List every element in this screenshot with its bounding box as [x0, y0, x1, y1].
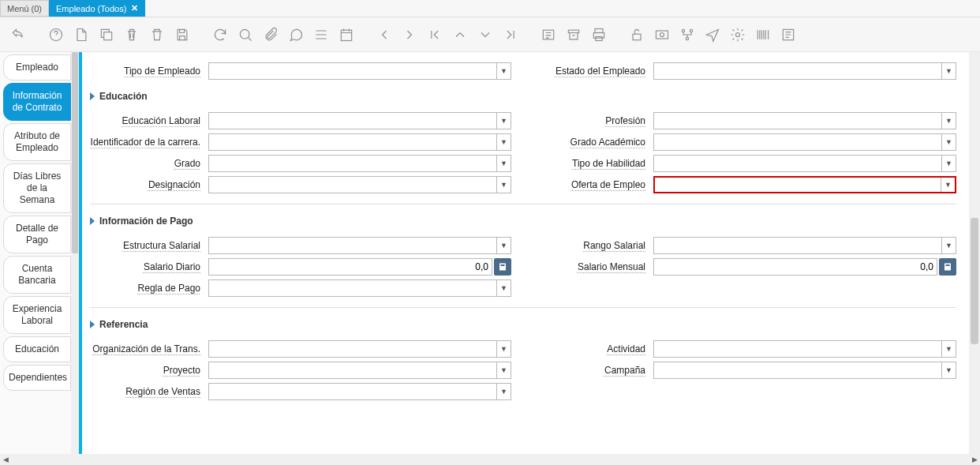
- tab-menu-label: Menú (0): [7, 4, 42, 13]
- tab-empleado-todos[interactable]: Empleado (Todos) ✕: [49, 0, 145, 17]
- first-button[interactable]: [426, 26, 443, 43]
- undo-button[interactable]: [9, 26, 27, 43]
- svg-rect-5: [568, 30, 578, 32]
- attach-button[interactable]: [262, 26, 279, 43]
- unlock-button[interactable]: [628, 26, 645, 43]
- workflow-button[interactable]: [679, 26, 696, 43]
- next-button[interactable]: [401, 26, 418, 43]
- svg-point-12: [682, 29, 684, 32]
- refresh-button[interactable]: [211, 26, 229, 43]
- zoom-across-button[interactable]: [653, 26, 671, 43]
- search-button[interactable]: [237, 26, 254, 43]
- delete-button[interactable]: [123, 26, 140, 43]
- svg-rect-9: [633, 34, 641, 39]
- prev-button[interactable]: [376, 26, 393, 43]
- close-icon[interactable]: ✕: [131, 3, 138, 13]
- svg-rect-6: [595, 28, 603, 32]
- svg-point-13: [690, 29, 692, 32]
- send-button[interactable]: [704, 26, 721, 43]
- svg-rect-8: [596, 36, 602, 40]
- help-button[interactable]: [47, 26, 65, 43]
- tab-menu[interactable]: Menú (0): [0, 0, 49, 17]
- barcode-button[interactable]: [754, 26, 772, 43]
- print-button[interactable]: [590, 26, 608, 43]
- svg-rect-1: [104, 32, 112, 39]
- svg-point-2: [240, 29, 249, 39]
- svg-rect-10: [656, 31, 668, 39]
- chat-button[interactable]: [287, 26, 305, 43]
- last-button[interactable]: [502, 26, 519, 43]
- settings-button[interactable]: [729, 26, 746, 43]
- save-button[interactable]: [174, 26, 191, 43]
- svg-point-11: [660, 32, 664, 36]
- list-button[interactable]: [312, 26, 330, 43]
- info-button[interactable]: [780, 26, 797, 43]
- tab-active-label: Empleado (Todos): [56, 4, 126, 13]
- svg-point-15: [736, 32, 740, 36]
- svg-rect-3: [341, 30, 351, 40]
- archive-button[interactable]: [565, 26, 582, 43]
- svg-point-14: [686, 37, 688, 39]
- delete-all-button[interactable]: [148, 26, 166, 43]
- copy-button[interactable]: [98, 26, 115, 43]
- report-button[interactable]: [540, 26, 557, 43]
- toolbar: [0, 17, 980, 52]
- calendar-button[interactable]: [338, 26, 355, 43]
- down-button[interactable]: [477, 26, 494, 43]
- up-button[interactable]: [451, 26, 469, 43]
- new-button[interactable]: [73, 26, 90, 43]
